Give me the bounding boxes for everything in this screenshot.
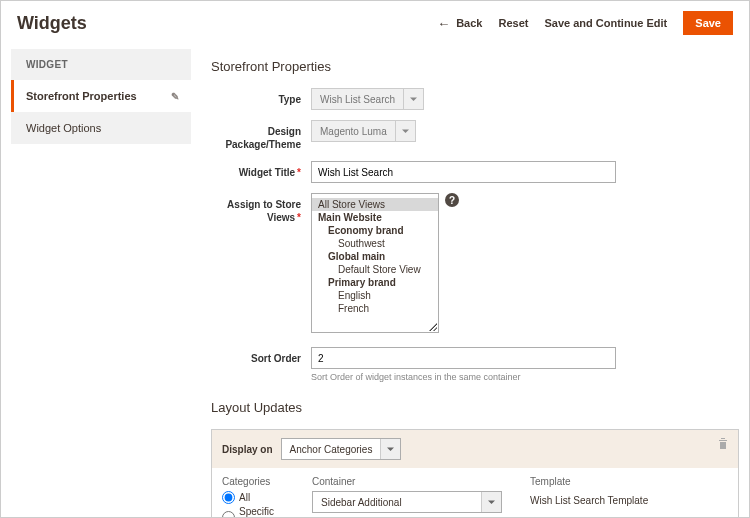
store-option[interactable]: Primary brand: [312, 276, 438, 289]
type-label: Type: [211, 88, 311, 106]
template-value: Wish List Search Template: [530, 491, 648, 506]
pencil-icon: ✎: [171, 91, 179, 102]
sort-order-hint: Sort Order of widget instances in the sa…: [311, 372, 739, 382]
chevron-down-icon: [380, 439, 400, 459]
radio-specific[interactable]: Specific Categories: [222, 506, 302, 518]
sidebar: WIDGET Storefront Properties ✎ Widget Op…: [1, 49, 191, 518]
theme-select: Magento Luma: [311, 120, 416, 142]
sidebar-item-widget-options[interactable]: Widget Options: [14, 112, 191, 144]
save-continue-button[interactable]: Save and Continue Edit: [544, 17, 667, 29]
store-option[interactable]: French: [312, 302, 438, 315]
store-option[interactable]: All Store Views: [312, 198, 438, 211]
container-col-label: Container: [312, 476, 502, 487]
page-title: Widgets: [17, 13, 437, 34]
widget-title-input[interactable]: [311, 161, 616, 183]
sidebar-section-header: WIDGET: [14, 49, 191, 80]
theme-label: Design Package/Theme: [211, 120, 311, 151]
store-views-multiselect[interactable]: All Store Views Main Website Economy bra…: [311, 193, 439, 333]
store-option[interactable]: Southwest: [312, 237, 438, 250]
store-option[interactable]: Main Website: [312, 211, 438, 224]
help-icon[interactable]: ?: [445, 193, 459, 207]
display-on-select[interactable]: Anchor Categories: [281, 438, 402, 460]
section-title-layout: Layout Updates: [211, 400, 739, 415]
container-select[interactable]: Sidebar Additional: [312, 491, 502, 513]
back-arrow-icon: ←: [437, 16, 450, 31]
sidebar-item-storefront-properties[interactable]: Storefront Properties ✎: [11, 80, 191, 112]
type-select: Wish List Search: [311, 88, 424, 110]
store-option[interactable]: Global main: [312, 250, 438, 263]
store-option[interactable]: English: [312, 289, 438, 302]
chevron-down-icon: [395, 121, 415, 141]
sort-order-input[interactable]: [311, 347, 616, 369]
chevron-down-icon: [403, 89, 423, 109]
section-title-storefront: Storefront Properties: [211, 59, 739, 74]
layout-update-block: Display on Anchor Categories Categories: [211, 429, 739, 518]
back-button[interactable]: ← Back: [437, 16, 482, 31]
reset-button[interactable]: Reset: [498, 17, 528, 29]
trash-icon[interactable]: [718, 438, 728, 453]
display-on-label: Display on: [222, 444, 273, 455]
chevron-down-icon: [481, 492, 501, 512]
store-option[interactable]: Default Store View: [312, 263, 438, 276]
store-option[interactable]: Economy brand: [312, 224, 438, 237]
categories-col-label: Categories: [222, 476, 302, 487]
sort-order-label: Sort Order: [211, 347, 311, 365]
template-col-label: Template: [530, 476, 648, 487]
main-content: Storefront Properties Type Wish List Sea…: [191, 49, 749, 518]
store-views-label: Assign to Store Views*: [211, 193, 311, 224]
widget-title-label: Widget Title*: [211, 161, 311, 179]
save-button[interactable]: Save: [683, 11, 733, 35]
page-header: Widgets ← Back Reset Save and Continue E…: [1, 1, 749, 49]
radio-all[interactable]: All: [222, 491, 302, 504]
